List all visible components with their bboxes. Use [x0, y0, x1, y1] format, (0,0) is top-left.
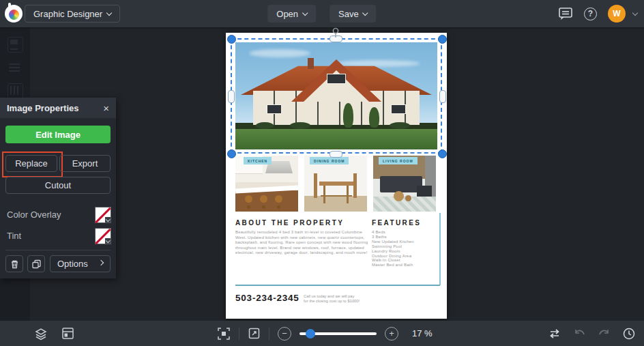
close-icon[interactable]: ×: [103, 102, 109, 114]
undo-icon[interactable]: [573, 328, 586, 339]
photo-tag: LIVING ROOM: [379, 157, 418, 164]
stool-decor: [260, 195, 267, 203]
chevron-down-icon: [362, 10, 368, 15]
redo-icon[interactable]: [598, 328, 611, 339]
selection-handle-e[interactable]: [439, 90, 446, 103]
befunky-logo-icon[interactable]: [5, 4, 23, 23]
chevron-down-icon: [106, 10, 112, 15]
feature-item: Laundry Room: [372, 249, 414, 254]
feature-item: Walk-In Closet: [372, 258, 414, 263]
bottom-bar: − + 17 %: [0, 321, 644, 346]
app-window: Graphic Designer Open Save ?: [0, 0, 644, 346]
template-layout-icon[interactable]: [61, 327, 74, 340]
layers-icon[interactable]: [8, 60, 22, 74]
color-overlay-swatch[interactable]: [95, 207, 111, 223]
chair-decor: [314, 173, 317, 198]
logo-rainbow: [9, 10, 19, 20]
swatch-dropdown-icon[interactable]: [105, 217, 111, 222]
cta-text[interactable]: Call us today and we will pay for the cl…: [304, 294, 360, 304]
living-room-photo[interactable]: LIVING ROOM: [373, 156, 436, 212]
selection-box[interactable]: [231, 38, 442, 154]
feature-item: 3 Baths: [372, 235, 414, 240]
selection-handle-w[interactable]: [228, 90, 235, 103]
selection-handle-sw[interactable]: [227, 149, 236, 158]
top-bar: Graphic Designer Open Save ?: [0, 0, 644, 27]
stool-decor: [275, 195, 282, 203]
rotate-handle-icon[interactable]: [332, 27, 340, 41]
zoom-slider[interactable]: [299, 329, 377, 338]
delete-trash-icon[interactable]: [5, 255, 23, 272]
color-overlay-label: Color Overlay: [7, 210, 61, 220]
cta-line2: for the closing cost up to $1000!: [304, 299, 360, 304]
divider: [239, 328, 239, 340]
table-leg-decor: [323, 186, 325, 203]
about-title[interactable]: ABOUT THE PROPERTY: [235, 219, 344, 227]
grid-layout-icon[interactable]: [8, 83, 23, 99]
photo-tag: KITCHEN: [244, 157, 272, 164]
save-label: Save: [338, 9, 359, 19]
selection-handle-s[interactable]: [330, 151, 342, 158]
history-clock-icon[interactable]: [622, 327, 636, 341]
dining-room-photo[interactable]: DINING ROOM: [304, 156, 367, 212]
edit-image-button[interactable]: Edit Image: [5, 126, 111, 143]
phone-number[interactable]: 503-234-2345: [235, 293, 299, 303]
selection-handle-se[interactable]: [438, 149, 447, 158]
feature-item: New Updated Kitchen: [372, 240, 414, 244]
cutout-button[interactable]: Cutout: [5, 177, 111, 194]
feature-item: 4 Beds: [372, 230, 414, 235]
ottoman-decor: [417, 186, 432, 197]
horizontal-divider: [235, 285, 440, 286]
about-body[interactable]: Beautifully remodeled 4 bed 3 bath tri-l…: [235, 230, 369, 256]
zoom-out-icon[interactable]: −: [278, 327, 291, 341]
feedback-chat-icon[interactable]: [558, 7, 573, 20]
duplicate-copy-icon[interactable]: [27, 255, 45, 272]
compare-toggle-icon[interactable]: [548, 328, 561, 340]
zoom-slider-knob[interactable]: [306, 329, 315, 338]
feature-item: Outdoor Dining Area: [372, 254, 414, 259]
top-right-cluster: ? W: [558, 0, 637, 27]
divider: [269, 328, 269, 340]
zoom-level: 17 %: [412, 328, 433, 338]
file-actions: Open Save: [267, 5, 376, 23]
vertical-divider: [439, 213, 441, 285]
chevron-down-icon: [632, 10, 638, 15]
coffee-table-decor: [394, 191, 404, 201]
zoom-in-icon[interactable]: +: [385, 327, 398, 341]
options-button[interactable]: Options: [50, 255, 111, 272]
layer-manager-icon[interactable]: [34, 327, 48, 341]
stool-decor: [245, 195, 252, 203]
sofa-decor: [380, 176, 422, 192]
open-button[interactable]: Open: [267, 5, 316, 23]
save-button[interactable]: Save: [330, 5, 377, 23]
image-manager-icon[interactable]: [8, 37, 23, 53]
resize-canvas-icon[interactable]: [248, 327, 261, 340]
tint-label: Tint: [7, 231, 21, 241]
kitchen-photo[interactable]: KITCHEN: [235, 156, 298, 212]
features-title[interactable]: FEATURES: [372, 219, 421, 227]
export-button[interactable]: Export: [59, 155, 111, 172]
help-icon[interactable]: ?: [584, 8, 597, 20]
chevron-down-icon: [302, 10, 308, 15]
features-list[interactable]: 4 Beds 3 Baths New Updated Kitchen Swimm…: [372, 230, 414, 268]
feature-item: Swimming Pool: [372, 244, 414, 249]
app-mode-label: Graphic Designer: [33, 9, 102, 19]
panel-divider: [5, 250, 111, 250]
chevron-right-icon: [98, 260, 104, 265]
image-properties-panel: Image Properties × Edit Image Replace Ex…: [0, 98, 116, 278]
panel-header: Image Properties ×: [0, 98, 116, 118]
options-label: Options: [57, 259, 88, 269]
help-glyph: ?: [588, 9, 593, 18]
panel-title: Image Properties: [7, 103, 79, 113]
selection-handle-ne[interactable]: [438, 35, 447, 44]
account-menu[interactable]: W: [608, 5, 637, 23]
table-leg-decor: [347, 186, 349, 203]
tint-swatch[interactable]: [95, 228, 111, 244]
app-mode-menu[interactable]: Graphic Designer: [25, 5, 120, 23]
replace-button[interactable]: Replace: [5, 155, 57, 172]
avatar: W: [608, 5, 626, 23]
feature-item: Master Bed and Bath: [372, 263, 414, 268]
swatch-dropdown-icon[interactable]: [105, 238, 111, 244]
rug-decor: [373, 197, 436, 212]
selection-handle-nw[interactable]: [227, 35, 236, 44]
fit-to-screen-icon[interactable]: [217, 327, 231, 341]
